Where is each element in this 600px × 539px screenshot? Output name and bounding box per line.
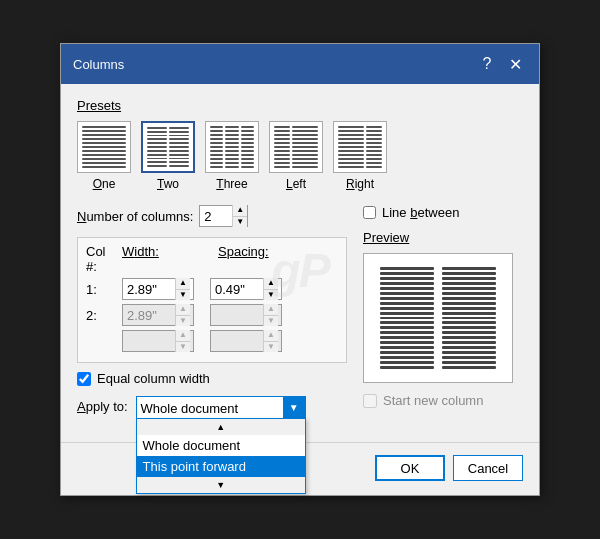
ws-col2-label: 2:	[86, 308, 114, 323]
preview-col-2	[442, 267, 496, 369]
ws-col2-spacing-group: ▲ ▼	[210, 304, 282, 326]
apply-to-label: Apply to:	[77, 396, 128, 414]
preview-col-1	[380, 267, 434, 369]
line-between-label[interactable]: Line between	[382, 205, 459, 220]
equal-col-width-label[interactable]: Equal column width	[97, 371, 210, 386]
ws-col1-width-up[interactable]: ▲	[176, 278, 190, 289]
start-new-column-row: Start new column	[363, 393, 523, 408]
preset-three-label: Three	[216, 177, 247, 191]
ws-col2-spacing-spinner: ▲ ▼	[263, 304, 278, 326]
preset-three-icon	[205, 121, 259, 173]
presets-label: Presets	[77, 98, 523, 113]
preset-left-icon	[269, 121, 323, 173]
spacing-header: Spacing:	[218, 244, 269, 274]
line-between-checkbox[interactable]	[363, 206, 376, 219]
title-bar-buttons: ? ✕	[475, 52, 527, 76]
ws-col3-width-up: ▲	[176, 330, 190, 341]
preview-box	[363, 253, 513, 383]
dropdown-scroll-up[interactable]: ▲	[137, 419, 305, 435]
preset-two-icon	[141, 121, 195, 173]
preview-label: Preview	[363, 230, 523, 245]
dialog-body: Presets One	[61, 84, 539, 434]
ws-col3-spacing-group: ▲ ▼	[210, 330, 282, 352]
ws-col2-width-down: ▼	[176, 315, 190, 327]
preset-two[interactable]: Two	[141, 121, 195, 191]
preview-inner	[376, 263, 500, 373]
apply-to-display[interactable]: Whole document ▼	[136, 396, 306, 420]
ws-col1-width-spinner: ▲ ▼	[175, 278, 190, 300]
preset-one[interactable]: One	[77, 121, 131, 191]
apply-to-dropdown-list: ▲ Whole document This point forward ▼	[136, 418, 306, 494]
presets-row: One	[77, 121, 523, 191]
dropdown-arrow-icon[interactable]: ▼	[283, 396, 305, 418]
preset-right-icon	[333, 121, 387, 173]
preset-right-label: Right	[346, 177, 374, 191]
ws-col3-width-group: ▲ ▼	[122, 330, 194, 352]
right-panel: Line between Preview	[363, 205, 523, 420]
ws-col3-spacing-down: ▼	[264, 341, 278, 353]
ok-button[interactable]: OK	[375, 455, 445, 481]
width-header: Width:	[122, 244, 202, 274]
ws-col3-spacing-spinner: ▲ ▼	[263, 330, 278, 352]
preset-one-icon	[77, 121, 131, 173]
preset-two-label: Two	[157, 177, 179, 191]
ws-col3-width-input	[123, 331, 175, 351]
dropdown-item-this-point-forward[interactable]: This point forward	[137, 456, 305, 477]
ws-col1-spacing-up[interactable]: ▲	[264, 278, 278, 289]
apply-to-row: Apply to: Whole document ▼ ▲ Whole docum…	[77, 396, 347, 420]
ws-col2-spacing-up: ▲	[264, 304, 278, 315]
preset-left-label: Left	[286, 177, 306, 191]
ws-col3-spacing-up: ▲	[264, 330, 278, 341]
ws-header: Col #: Width: Spacing:	[86, 244, 338, 274]
chevron-down-icon: ▼	[289, 402, 299, 413]
preset-right[interactable]: Right	[333, 121, 387, 191]
close-button[interactable]: ✕	[503, 52, 527, 76]
dialog-title: Columns	[73, 57, 124, 72]
start-new-column-label: Start new column	[383, 393, 483, 408]
ws-col3-width-down: ▼	[176, 341, 190, 353]
preset-three[interactable]: Three	[205, 121, 259, 191]
equal-col-width-checkbox[interactable]	[77, 372, 91, 386]
dropdown-item-whole-document[interactable]: Whole document	[137, 435, 305, 456]
ws-col1-spacing-group[interactable]: ▲ ▼	[210, 278, 282, 300]
line-between-row: Line between	[363, 205, 523, 220]
num-columns-down[interactable]: ▼	[233, 216, 247, 228]
ws-row-2: 2: ▲ ▼ ▲ ▼	[86, 304, 338, 326]
ws-col2-width-spinner: ▲ ▼	[175, 304, 190, 326]
columns-dialog: gP Columns ? ✕ Presets	[60, 43, 540, 496]
start-new-column-checkbox	[363, 394, 377, 408]
ws-row-3: ▲ ▼ ▲ ▼	[86, 330, 338, 352]
width-spacing-section: Col #: Width: Spacing: 1: ▲ ▼	[77, 237, 347, 363]
ws-row-1: 1: ▲ ▼ ▲ ▼	[86, 278, 338, 300]
ws-col1-width-input[interactable]	[123, 279, 175, 299]
ws-col2-spacing-input	[211, 305, 263, 325]
num-columns-label: Number of columns:	[77, 209, 193, 224]
num-columns-up[interactable]: ▲	[233, 205, 247, 216]
title-bar: Columns ? ✕	[61, 44, 539, 84]
left-panel: Number of columns: 2 ▲ ▼ Col #: Width:	[77, 205, 347, 420]
ws-col2-width-group: ▲ ▼	[122, 304, 194, 326]
preset-left[interactable]: Left	[269, 121, 323, 191]
equal-col-width-row: Equal column width	[77, 371, 347, 386]
apply-to-value: Whole document	[137, 397, 305, 419]
ws-col1-spacing-input[interactable]	[211, 279, 263, 299]
ws-col2-width-input	[123, 305, 175, 325]
ws-col3-width-spinner: ▲ ▼	[175, 330, 190, 352]
apply-to-dropdown-container: Whole document ▼ ▲ Whole document This p…	[136, 396, 306, 420]
num-columns-input[interactable]: 2	[200, 206, 232, 226]
help-button[interactable]: ?	[475, 52, 499, 76]
ws-col2-width-up: ▲	[176, 304, 190, 315]
dropdown-scroll-down[interactable]: ▼	[137, 477, 305, 493]
num-columns-row: Number of columns: 2 ▲ ▼	[77, 205, 347, 227]
num-columns-input-group[interactable]: 2 ▲ ▼	[199, 205, 248, 227]
ws-col1-width-group[interactable]: ▲ ▼	[122, 278, 194, 300]
main-content: Number of columns: 2 ▲ ▼ Col #: Width:	[77, 205, 523, 420]
ws-col1-label: 1:	[86, 282, 114, 297]
ws-col2-spacing-down: ▼	[264, 315, 278, 327]
cancel-button[interactable]: Cancel	[453, 455, 523, 481]
ws-col1-width-down[interactable]: ▼	[176, 289, 190, 301]
col-num-header: Col #:	[86, 244, 114, 274]
ws-col1-spacing-down[interactable]: ▼	[264, 289, 278, 301]
preset-one-label: One	[93, 177, 116, 191]
ws-col3-spacing-input	[211, 331, 263, 351]
